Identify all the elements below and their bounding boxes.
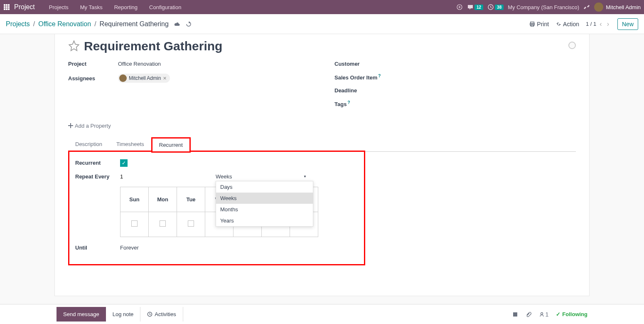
dropdown-option-days[interactable]: Days (216, 181, 313, 193)
repeat-unit-select[interactable]: Weeks ▼ Days Weeks Months Years (216, 173, 313, 181)
breadcrumb-separator: / (33, 20, 35, 28)
recurrent-checkbox[interactable]: ✓ (120, 159, 128, 167)
support-icon[interactable] (456, 4, 463, 10)
messages-badge: 12 (474, 5, 483, 10)
log-note-button[interactable]: Log note (106, 307, 141, 322)
svg-rect-3 (4, 6, 5, 8)
svg-rect-0 (4, 4, 5, 6)
svg-rect-7 (6, 8, 7, 10)
breadcrumb-project[interactable]: Office Renovation (38, 20, 91, 28)
chatter-bar: Send message Log note Activities 1 Follo… (0, 304, 644, 324)
repeat-unit-value: Weeks (216, 173, 232, 180)
label-repeat-every: Repeat Every (75, 173, 120, 180)
label-until: Until (75, 245, 120, 251)
assignee-tag[interactable]: Mitchell Admin ✕ (118, 74, 170, 83)
print-button[interactable]: Print (529, 21, 549, 27)
nav-right: 12 38 My Company (San Francisco) Mitchel… (456, 2, 641, 12)
nav-item-mytasks[interactable]: My Tasks (74, 1, 108, 14)
company-label[interactable]: My Company (San Francisco) (508, 4, 579, 10)
field-project[interactable]: Office Renovation (118, 61, 161, 67)
svg-rect-8 (8, 8, 10, 10)
day-head-mon: Mon (149, 187, 177, 212)
add-property-button[interactable]: Add a Property (68, 123, 111, 129)
svg-rect-4 (6, 6, 7, 8)
breadcrumb-root[interactable]: Projects (6, 20, 30, 28)
breadcrumb-current: Requirement Gathering (100, 20, 169, 28)
follower-count[interactable]: 1 (539, 311, 549, 318)
tab-timesheets[interactable]: Timesheets (109, 137, 151, 152)
tab-recurrent[interactable]: Recurrent (151, 137, 191, 153)
kanban-state-icon[interactable] (568, 42, 576, 49)
label-project: Project (68, 61, 118, 67)
action-bar: Projects / Office Renovation / Requireme… (0, 14, 644, 34)
dropdown-option-months[interactable]: Months (216, 204, 313, 215)
svg-rect-5 (8, 6, 10, 8)
following-button[interactable]: Following (556, 311, 587, 317)
dropdown-option-years[interactable]: Years (216, 215, 313, 226)
repeat-number-input[interactable] (120, 173, 216, 181)
day-checkbox-tue[interactable] (188, 220, 194, 227)
label-customer: Customer (334, 61, 384, 67)
day-head-sun: Sun (120, 187, 149, 212)
nav-item-configuration[interactable]: Configuration (143, 1, 187, 14)
svg-rect-1 (6, 4, 7, 6)
user-avatar (594, 2, 603, 12)
assignee-name: Mitchell Admin (129, 75, 161, 81)
activities-icon[interactable]: 38 (487, 4, 504, 10)
top-nav: Project Projects My Tasks Reporting Conf… (0, 0, 644, 14)
day-head-tue: Tue (177, 187, 205, 212)
label-sales-order-item: Sales Order Item? (334, 74, 384, 81)
until-value[interactable]: Forever (120, 245, 139, 251)
tools-icon[interactable] (583, 4, 590, 10)
new-button[interactable]: New (617, 18, 638, 30)
send-message-button[interactable]: Send message (57, 307, 106, 322)
help-icon[interactable]: ? (378, 74, 381, 78)
label-deadline: Deadline (334, 87, 384, 94)
svg-rect-11 (531, 22, 534, 23)
user-menu[interactable]: Mitchell Admin (594, 2, 641, 12)
activities-badge: 38 (495, 5, 504, 10)
svg-rect-6 (4, 8, 5, 10)
remove-assignee-icon[interactable]: ✕ (163, 76, 167, 81)
form-sheet: Requirement Gathering Project Office Ren… (54, 34, 590, 296)
tab-description[interactable]: Description (68, 137, 109, 152)
label-recurrent: Recurrent (75, 160, 120, 166)
nav-item-projects[interactable]: Projects (43, 1, 74, 14)
cloud-save-icon[interactable] (174, 21, 180, 27)
pager-count: 1 / 1 (586, 21, 596, 27)
user-name: Mitchell Admin (606, 4, 641, 10)
svg-rect-2 (8, 4, 10, 6)
caret-down-icon: ▼ (303, 175, 307, 178)
nav-menu: Projects My Tasks Reporting Configuratio… (43, 1, 187, 14)
tabs: Description Timesheets Recurrent (68, 137, 576, 152)
priority-star-icon[interactable] (68, 40, 80, 53)
label-assignees: Assignees (68, 75, 118, 82)
action-menu[interactable]: Action (556, 21, 579, 27)
assignee-avatar (119, 74, 127, 82)
pager-next[interactable]: › (605, 20, 611, 28)
label-tags: Tags? (334, 100, 384, 107)
day-checkbox-sun[interactable] (131, 220, 138, 227)
messages-icon[interactable]: 12 (467, 4, 483, 10)
activities-button[interactable]: Activities (140, 307, 183, 322)
task-title[interactable]: Requirement Gathering (84, 39, 222, 53)
breadcrumb: Projects / Office Renovation / Requireme… (6, 20, 192, 28)
dropdown-option-weeks[interactable]: Weeks (216, 193, 313, 204)
pager-prev[interactable]: ‹ (598, 20, 603, 28)
discard-icon[interactable] (185, 21, 192, 27)
repeat-unit-dropdown: Days Weeks Months Years (216, 181, 313, 227)
book-icon[interactable] (512, 312, 518, 317)
breadcrumb-separator: / (94, 20, 96, 28)
nav-item-reporting[interactable]: Reporting (108, 1, 143, 14)
pager: 1 / 1 ‹ › (586, 20, 611, 28)
recurrent-panel: Recurrent ✓ Repeat Every Weeks ▼ Days We… (68, 151, 365, 265)
help-icon[interactable]: ? (347, 100, 350, 105)
brand-label: Project (14, 3, 35, 11)
svg-point-15 (541, 312, 543, 314)
apps-icon[interactable] (3, 4, 10, 10)
action-bar-right: Print Action 1 / 1 ‹ › New (529, 18, 638, 30)
attachment-icon[interactable] (526, 312, 531, 317)
day-checkbox-mon[interactable] (160, 220, 166, 227)
